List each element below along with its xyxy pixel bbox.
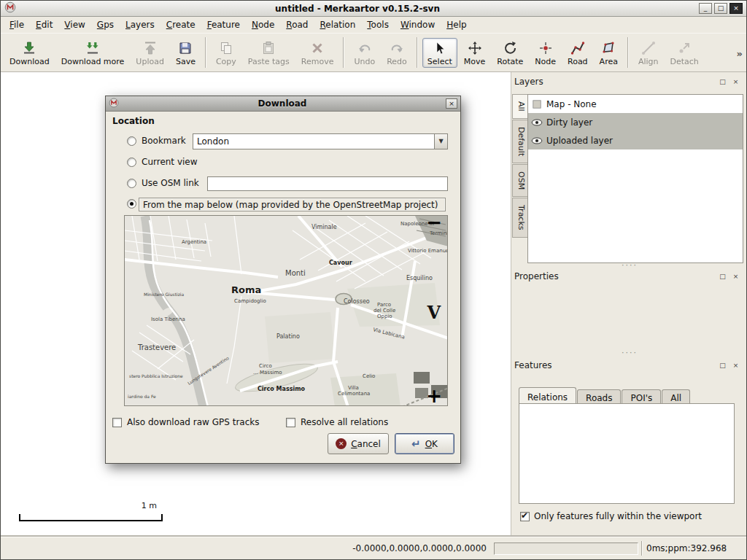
statusbar-metrics: 0ms;ppm:392.968 <box>646 543 727 553</box>
menu-node[interactable]: Node <box>246 17 280 33</box>
toolbar-redo-button: Redo <box>382 38 412 68</box>
current-view-radio-label: Current view <box>142 157 198 167</box>
viewport-checkbox[interactable] <box>520 512 530 521</box>
features-list[interactable] <box>519 403 735 504</box>
ok-button-label: OK <box>425 439 438 449</box>
menu-file[interactable]: File <box>4 17 30 33</box>
app-window: untitled - Merkaartor v0.15.2-svn _ □ × … <box>0 0 747 560</box>
map-label: del Colle <box>374 308 395 314</box>
map-label: Parco <box>377 302 391 308</box>
layer-row-uploaded-layer[interactable]: Uploaded layer <box>528 131 743 149</box>
zoom-in-icon[interactable]: + <box>426 386 442 405</box>
toolbar-move-button[interactable]: Move <box>459 38 491 68</box>
minimize-icon[interactable]: _ <box>699 3 712 14</box>
maximize-icon[interactable]: □ <box>714 3 727 14</box>
toolbar-align-button: Align <box>633 38 664 68</box>
download-more-icon <box>85 41 100 55</box>
current-view-radio[interactable] <box>127 158 136 167</box>
menu-help[interactable]: Help <box>441 17 472 33</box>
menu-edit[interactable]: Edit <box>30 17 58 33</box>
menu-feature[interactable]: Feature <box>201 17 246 33</box>
toolbar-download-button[interactable]: Download <box>4 38 55 68</box>
close-icon[interactable]: × <box>729 3 743 14</box>
from-map-radio[interactable] <box>127 199 136 209</box>
statusbar: -0.0000,0.0000,0.0000,0.0000 0ms;ppm:392… <box>1 537 746 559</box>
toolbar-remove-button: Remove <box>296 38 339 68</box>
map-label: Roma <box>231 284 261 295</box>
layers-tab-osm[interactable]: OSM <box>512 164 527 197</box>
menu-view[interactable]: View <box>58 17 90 33</box>
viewport-checkbox-label: Only features fully within the viewport <box>534 511 702 521</box>
menu-gps[interactable]: Gps <box>91 17 120 33</box>
map-watermark: V <box>427 302 441 323</box>
properties-panel-title: Properties <box>513 271 718 281</box>
toolbar-select-button[interactable]: Select <box>422 38 457 68</box>
gps-tracks-checkbox[interactable] <box>112 418 122 427</box>
osm-link-radio[interactable] <box>127 179 136 188</box>
bookmark-radio[interactable] <box>127 136 136 146</box>
osm-link-input[interactable] <box>207 176 448 191</box>
chevron-down-icon[interactable]: ▼ <box>434 134 447 149</box>
toolbar-node-button[interactable]: Node <box>530 38 561 68</box>
download-icon <box>22 41 36 55</box>
properties-close-icon[interactable]: × <box>731 272 740 281</box>
menu-tools[interactable]: Tools <box>361 17 395 33</box>
layers-tab-tracks[interactable]: Tracks <box>512 198 527 238</box>
splitter-handle[interactable] <box>511 351 747 357</box>
bookmark-combobox[interactable]: London ▼ <box>193 133 448 149</box>
layers-undock-icon[interactable]: □ <box>718 77 727 87</box>
layers-panel-title: Layers <box>513 77 718 87</box>
area-icon <box>601 41 616 55</box>
menu-layers[interactable]: Layers <box>120 17 160 33</box>
cancel-icon: × <box>336 438 347 449</box>
statusbar-separator <box>641 541 643 556</box>
toolbar-download-more-button[interactable]: Download more <box>56 38 130 68</box>
toolbar-overflow-icon[interactable]: » <box>737 48 743 59</box>
layers-tab-all[interactable]: All <box>512 94 527 119</box>
zoom-out-icon[interactable]: − <box>426 215 442 232</box>
toolbar-save-button[interactable]: Save <box>171 38 201 68</box>
ok-button[interactable]: ↵ OK <box>395 433 454 454</box>
menu-relation[interactable]: Relation <box>314 17 361 33</box>
eye-icon <box>531 135 543 147</box>
toolbar-area-button[interactable]: Area <box>595 38 623 68</box>
toolbar-button-label: Node <box>535 57 556 66</box>
layer-row-dirty-layer[interactable]: Dirty layer <box>528 113 743 131</box>
layer-row-label: Dirty layer <box>546 117 592 128</box>
toolbar-undo-button: Undo <box>349 38 380 68</box>
select-icon <box>433 41 447 55</box>
toolbar-rotate-button[interactable]: Rotate <box>492 38 528 68</box>
checkbox-icon <box>531 98 543 110</box>
map-label: iardino da Fe <box>128 394 156 399</box>
from-map-radio-label: From the map below (map provided by the … <box>139 198 446 211</box>
features-close-icon[interactable]: × <box>731 361 740 370</box>
map-label: Campidoglio <box>234 298 266 304</box>
toolbar-button-label: Upload <box>136 57 164 66</box>
resolve-relations-checkbox[interactable] <box>286 418 295 427</box>
map-label: ... Massimo <box>253 370 282 376</box>
cancel-button[interactable]: × Cancel <box>328 433 389 454</box>
map-label: Ministero Giustizia <box>144 292 184 297</box>
toolbar-button-label: Road <box>568 57 588 66</box>
properties-undock-icon[interactable]: □ <box>718 272 727 281</box>
layers-tab-default[interactable]: Default <box>512 120 527 163</box>
features-undock-icon[interactable]: □ <box>718 361 727 370</box>
layer-row-map-none[interactable]: Map - None <box>528 95 743 113</box>
toolbar-button-label: Undo <box>354 57 375 66</box>
download-map-preview[interactable]: ViminaleNapoleone IIITerminiVittorio Ema… <box>124 215 448 406</box>
toolbar-button-label: Area <box>600 57 618 66</box>
splitter-handle[interactable] <box>511 263 747 269</box>
dialog-titlebar[interactable]: Download × <box>106 96 460 112</box>
dialog-close-icon[interactable]: × <box>446 98 457 109</box>
scale-bar: 1 m <box>19 501 163 521</box>
toolbar: DownloadDownload moreUploadSaveCopyPaste… <box>1 33 746 72</box>
layers-close-icon[interactable]: × <box>731 77 740 87</box>
menu-create[interactable]: Create <box>160 17 201 33</box>
titlebar[interactable]: untitled - Merkaartor v0.15.2-svn _ □ × <box>1 1 746 17</box>
map-label: stero Pubblica Istruzione <box>129 373 183 378</box>
menu-window[interactable]: Window <box>395 17 441 33</box>
map-label: Vittorio Emanuele <box>408 248 448 254</box>
redo-icon <box>390 41 404 55</box>
toolbar-road-button[interactable]: Road <box>562 38 593 68</box>
menu-road[interactable]: Road <box>280 17 314 33</box>
